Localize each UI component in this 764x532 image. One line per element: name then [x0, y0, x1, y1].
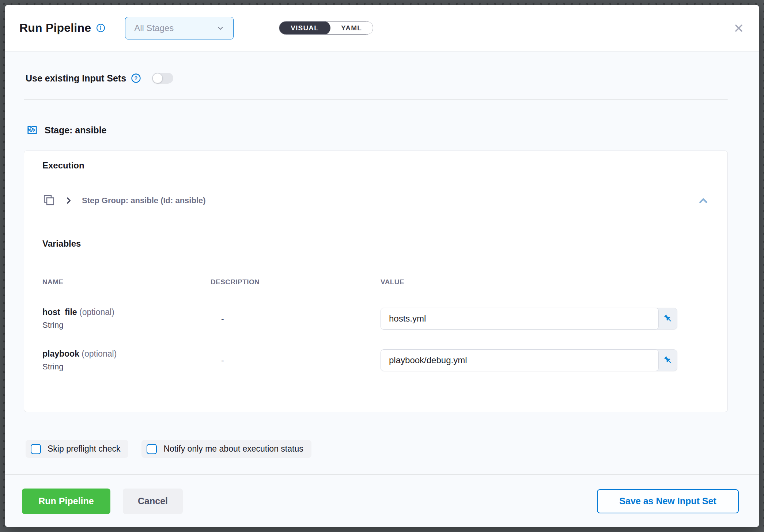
- column-header-description: DESCRIPTION: [211, 278, 381, 286]
- notify-me-option[interactable]: Notify only me about execution status: [141, 440, 311, 458]
- stage-row: Stage: ansible: [19, 123, 728, 137]
- help-icon[interactable]: ?: [131, 73, 141, 83]
- info-icon[interactable]: [96, 23, 105, 33]
- skip-preflight-checkbox[interactable]: [31, 444, 41, 454]
- dialog-header: Run Pipeline All Stages VISUAL YAML: [5, 5, 759, 52]
- execution-card: Execution Step Group: ansible (Id: ansib…: [24, 151, 728, 412]
- dialog-footer: Run Pipeline Cancel Save as New Input Se…: [5, 475, 759, 527]
- variable-value-field: [381, 349, 677, 371]
- variable-name: playbook: [42, 349, 79, 358]
- toggle-knob: [152, 73, 163, 83]
- playbook-input[interactable]: [381, 349, 659, 371]
- step-group-label: Step Group: ansible (Id: ansible): [82, 196, 206, 205]
- stage-select-value: All Stages: [134, 23, 174, 33]
- variable-qualifier: (optional): [79, 307, 114, 317]
- page-title: Run Pipeline: [19, 21, 91, 35]
- chevron-right-icon[interactable]: [64, 196, 73, 205]
- save-as-new-input-set-button[interactable]: Save as New Input Set: [597, 489, 739, 513]
- input-sets-toggle[interactable]: [152, 73, 173, 84]
- dialog-body: Use existing Input Sets ?: [5, 52, 759, 460]
- tab-visual[interactable]: VISUAL: [279, 21, 330, 35]
- variable-description: -: [211, 314, 381, 324]
- variable-type: String: [42, 362, 211, 372]
- variable-description: -: [211, 356, 381, 365]
- stage-title: Stage: ansible: [45, 125, 107, 136]
- cancel-button[interactable]: Cancel: [123, 489, 183, 514]
- tab-yaml[interactable]: YAML: [330, 22, 373, 34]
- use-existing-input-sets-row: Use existing Input Sets ?: [19, 70, 728, 86]
- close-icon[interactable]: [733, 22, 745, 34]
- custom-stage-icon: [26, 123, 39, 137]
- variable-type: String: [42, 320, 211, 330]
- variable-name: host_file: [42, 307, 77, 317]
- host-file-input[interactable]: [381, 308, 659, 330]
- variable-name-cell: host_file (optional) String: [42, 307, 211, 330]
- skip-preflight-option[interactable]: Skip preflight check: [26, 440, 128, 458]
- visual-yaml-toggle: VISUAL YAML: [279, 21, 373, 35]
- table-row: playbook (optional) String -: [42, 349, 709, 372]
- table-header-row: NAME DESCRIPTION VALUE: [42, 278, 709, 286]
- run-options-row: Skip preflight check Notify only me abou…: [19, 440, 728, 458]
- run-pipeline-dialog: Run Pipeline All Stages VISUAL YAML: [5, 5, 759, 527]
- variables-title: Variables: [42, 239, 709, 249]
- step-group-icon: [42, 194, 56, 207]
- execution-title: Execution: [42, 160, 709, 171]
- section-divider: [24, 99, 728, 100]
- table-row: host_file (optional) String -: [42, 307, 709, 330]
- column-header-value: VALUE: [381, 278, 709, 286]
- pin-icon[interactable]: [659, 350, 677, 371]
- variable-value-field: [381, 308, 677, 330]
- chevron-down-icon: [216, 23, 225, 33]
- run-pipeline-button[interactable]: Run Pipeline: [22, 489, 110, 514]
- skip-preflight-label: Skip preflight check: [48, 444, 120, 454]
- notify-me-checkbox[interactable]: [147, 444, 157, 454]
- step-group-row[interactable]: Step Group: ansible (Id: ansible): [42, 193, 709, 208]
- pin-icon[interactable]: [659, 308, 677, 329]
- svg-text:?: ?: [135, 75, 138, 81]
- variable-qualifier: (optional): [82, 349, 117, 358]
- variable-name-cell: playbook (optional) String: [42, 349, 211, 372]
- use-existing-input-sets-label: Use existing Input Sets: [26, 73, 126, 84]
- notify-me-label: Notify only me about execution status: [163, 444, 303, 454]
- stage-select-dropdown[interactable]: All Stages: [125, 17, 234, 39]
- variables-table: NAME DESCRIPTION VALUE host_file (option…: [42, 278, 709, 372]
- column-header-name: NAME: [42, 278, 211, 286]
- chevron-up-icon[interactable]: [697, 195, 709, 206]
